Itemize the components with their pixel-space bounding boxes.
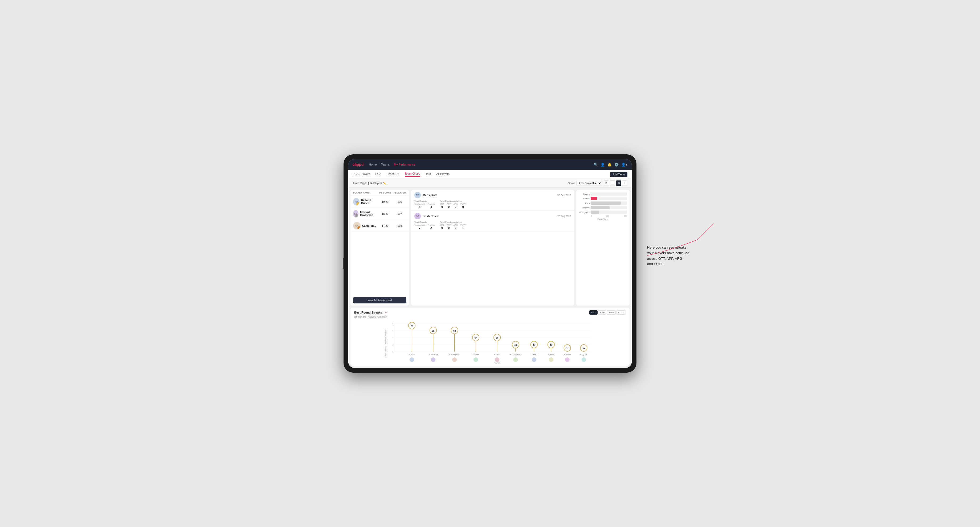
- svg-text:R. Britt: R. Britt: [494, 354, 500, 355]
- svg-text:5x: 5x: [496, 337, 498, 339]
- leaderboard-header: PLAYER NAME PB SCORE PB AVG SQ: [350, 190, 409, 196]
- export-icon[interactable]: ↑: [622, 181, 627, 186]
- tab-tour[interactable]: Tour: [426, 172, 431, 176]
- bottom-header: Best Round Streaks ← OTT APP ARG PUTT: [354, 310, 626, 314]
- practice-activities-group: Total Practice Activities OTT 0 APP: [440, 221, 466, 229]
- avatar: RB 1: [353, 198, 360, 205]
- annotation-text: Here you can see streaks your players ha…: [647, 245, 716, 267]
- svg-text:R. Butler: R. Butler: [564, 354, 571, 355]
- stat-title: Total Rounds: [414, 200, 435, 202]
- svg-text:Players: Players: [494, 362, 500, 364]
- rank-badge: 2: [355, 214, 358, 217]
- rank-badge: 1: [356, 202, 360, 205]
- chart-title: Total Shots: [579, 218, 627, 221]
- tab-team-clippd[interactable]: Team Clippd: [405, 172, 420, 177]
- player-info: RB 1 Richard Butler: [353, 198, 377, 205]
- tab-arg[interactable]: ARG: [607, 310, 616, 314]
- annotation-box: Here you can see streaks your players ha…: [647, 245, 716, 267]
- putt-col: PUTT 1: [460, 224, 466, 229]
- col-player-name: PLAYER NAME: [353, 191, 377, 194]
- tab-ott[interactable]: OTT: [589, 310, 598, 314]
- practice-col: Practice 4: [428, 203, 435, 208]
- player-cards-panel: RB Rees Britt 02 Sep 2023 Total Rounds T…: [411, 190, 574, 306]
- svg-point-46: [532, 357, 536, 362]
- main-nav: Home Teams My Performance: [369, 163, 593, 166]
- player-name: Richard Butler: [361, 199, 377, 205]
- bar-row-dbogeys: D. Bogeys + 131: [579, 211, 627, 214]
- svg-text:6x: 6x: [453, 330, 456, 332]
- svg-text:4x: 4x: [550, 344, 552, 346]
- show-label: Show: [568, 182, 575, 185]
- ott-col: OTT 0: [440, 203, 444, 208]
- tablet-screen: clippd Home Teams My Performance 🔍 👤 🔔 ⚙…: [348, 159, 632, 368]
- practice-activities-group: Total Practice Activities OTT 0 APP: [440, 200, 466, 208]
- svg-text:6: 6: [393, 330, 394, 332]
- arrow-indicator: ←: [384, 310, 388, 314]
- player-row[interactable]: EC 2 Edward Crossman 18/20 107: [350, 208, 409, 220]
- content-area: Team Clippd | 14 Players ✏️ Show Last 3 …: [348, 179, 632, 368]
- x-axis: 0 200 400: [579, 215, 627, 217]
- avatar: CA 3: [353, 222, 361, 229]
- tab-hcaps[interactable]: Hcaps 1-5: [387, 172, 399, 176]
- svg-text:0: 0: [393, 351, 394, 353]
- svg-point-36: [495, 357, 499, 362]
- col-pb-avg: PB AVG SQ: [393, 191, 406, 194]
- streak-svg: Best Streak, Fairway Accuracy 8 6 4: [354, 321, 626, 363]
- svg-text:D. Billingham: D. Billingham: [449, 354, 460, 356]
- team-title: Team Clippd | 14 Players ✏️: [353, 182, 386, 185]
- svg-text:J. Coles: J. Coles: [473, 354, 479, 355]
- player-score: 17/20: [377, 224, 393, 227]
- svg-text:4x: 4x: [514, 344, 517, 346]
- stat-title: Total Rounds: [414, 221, 435, 223]
- player-row[interactable]: CA 3 Cameron... 17/20 103: [350, 220, 409, 232]
- streak-tabs: OTT APP ARG PUTT: [589, 310, 626, 314]
- user-icon[interactable]: 👤: [600, 163, 605, 167]
- svg-point-26: [452, 357, 457, 362]
- bar-fill: [591, 211, 599, 214]
- svg-point-41: [513, 357, 518, 362]
- bar-row-pars: Pars 499: [579, 202, 627, 205]
- arg-col: ARG 0: [453, 203, 458, 208]
- profile-icon[interactable]: 👤▾: [621, 163, 627, 167]
- stat-title: Total Practice Activities: [440, 200, 466, 202]
- card-avatar: JC: [414, 213, 421, 219]
- bar-row-eagles: Eagles 3: [579, 192, 627, 195]
- player-name: Cameron...: [362, 224, 376, 227]
- nav-teams[interactable]: Teams: [381, 163, 390, 166]
- bar-fill: [591, 197, 597, 200]
- svg-point-56: [565, 357, 570, 362]
- tab-pga[interactable]: PGA: [375, 172, 381, 176]
- tab-putt[interactable]: PUTT: [616, 310, 626, 314]
- search-icon[interactable]: 🔍: [593, 163, 598, 167]
- nav-my-performance[interactable]: My Performance: [394, 163, 415, 166]
- list-view-icon[interactable]: ☰: [610, 181, 615, 186]
- tab-all-players[interactable]: All Players: [436, 172, 450, 176]
- settings-icon[interactable]: ⚙️: [614, 163, 619, 167]
- navbar-icons: 🔍 👤 🔔 ⚙️ 👤▾: [593, 163, 627, 167]
- card-player-name: Rees Britt: [423, 194, 437, 197]
- tab-app[interactable]: APP: [598, 310, 606, 314]
- player-row[interactable]: RB 1 Richard Butler 19/20 110: [350, 196, 409, 208]
- stat-cols: OTT 0 APP 0 ARG: [440, 203, 466, 208]
- player-info: CA 3 Cameron...: [353, 222, 377, 229]
- arg-col: ARG 0: [453, 224, 458, 229]
- total-rounds-group: Total Rounds Tournament 7 Practice: [414, 221, 435, 229]
- player-score: 18/20: [377, 213, 393, 215]
- add-team-button[interactable]: Add Team: [610, 172, 627, 177]
- view-leaderboard-button[interactable]: View Full Leaderboard: [353, 297, 406, 303]
- card-view-icon[interactable]: ▤: [616, 181, 621, 186]
- bar-row-birdies: Birdies 96: [579, 197, 627, 200]
- card-avatar: RB: [414, 192, 421, 198]
- bell-icon[interactable]: 🔔: [608, 163, 612, 167]
- period-select[interactable]: Last 3 months: [576, 181, 602, 186]
- player-name: Edward Crossman: [360, 211, 377, 217]
- svg-text:Best Streak, Fairway Accuracy: Best Streak, Fairway Accuracy: [385, 330, 387, 357]
- bar-row-bogeys: Bogeys 311: [579, 206, 627, 209]
- svg-text:2: 2: [393, 344, 394, 346]
- svg-text:M. Miller: M. Miller: [547, 354, 555, 355]
- svg-point-21: [431, 357, 435, 362]
- svg-text:D. Ford: D. Ford: [531, 354, 537, 355]
- grid-view-icon[interactable]: ⊞: [604, 181, 609, 186]
- tab-pgat-players[interactable]: PGAT Players: [353, 172, 370, 176]
- nav-home[interactable]: Home: [369, 163, 377, 166]
